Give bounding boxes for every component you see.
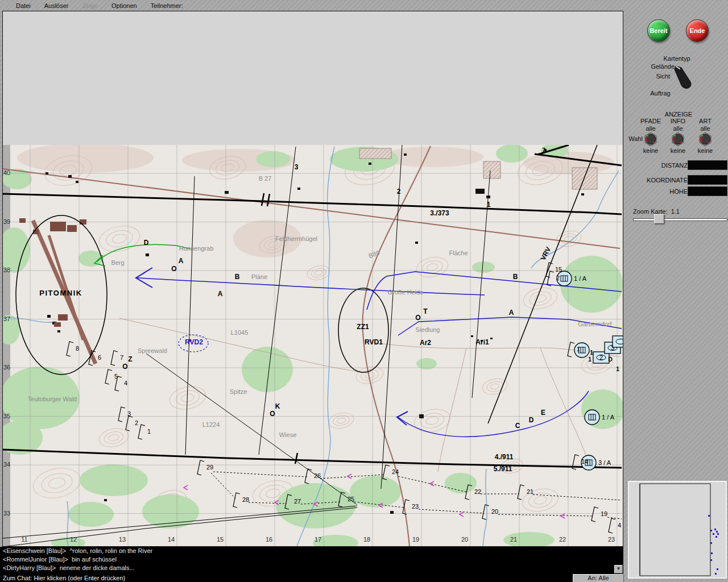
app-root: { "menu": { "items": [ {"label": "Datei"… <box>0 0 728 582</box>
overview-minimap[interactable] <box>628 481 727 579</box>
knob-name: INFO <box>664 118 692 125</box>
anzeige-title: ANZEIGE <box>650 111 707 118</box>
rotary-knob-icon[interactable] <box>643 132 658 147</box>
battle-position-number: 8 <box>76 345 79 352</box>
knob-option-keine: keine <box>637 147 664 155</box>
map-label: 4./911 <box>495 453 514 461</box>
readout-value-field <box>688 175 727 185</box>
tactical-map[interactable]: 1 / A1 / A3 / A23 8675432129282726252423… <box>3 145 623 546</box>
grid-number-y: 38 <box>3 267 10 273</box>
map-label: 1 <box>616 366 619 372</box>
battle-position-number: 7 <box>120 354 123 361</box>
unit-label: 3 / A <box>598 459 611 466</box>
chat-recipient-button[interactable]: An: Alle <box>573 574 624 582</box>
battle-position-number: 24 <box>392 468 399 475</box>
grid-number-x: 21 <box>510 536 517 543</box>
zoom-slider-thumb[interactable] <box>654 214 664 224</box>
zoom-value: 1.1 <box>671 208 680 215</box>
knob-name: ART <box>692 118 719 125</box>
map-label: B <box>235 273 240 281</box>
map-label: 7 <box>542 147 545 153</box>
map-label: Ari1 <box>475 338 489 346</box>
kartentyp-lever[interactable] <box>672 63 697 90</box>
unit-number: 2 <box>599 354 603 361</box>
grid-number-y: 34 <box>3 461 10 468</box>
rotary-knob-icon[interactable] <box>698 132 713 147</box>
map-label: Ar2 <box>420 339 431 347</box>
map-left-margin <box>3 145 10 546</box>
grid-number-y: 40 <box>3 169 10 176</box>
map-label: ZZ1 <box>357 323 369 331</box>
battle-position-number: 23 <box>412 503 419 510</box>
grid-number-y: 37 <box>3 315 10 322</box>
map-label: 2 <box>397 188 401 196</box>
menu-item-auslser[interactable]: Auslöser <box>44 2 69 9</box>
map-label: A <box>218 290 223 298</box>
grid-number-x: 14 <box>168 536 175 543</box>
battle-position-number: 19 <box>601 510 607 517</box>
menu-item-zeige: Zeige <box>82 2 98 9</box>
map-label: Pläne <box>251 273 267 280</box>
map-label: A <box>179 257 184 265</box>
ready-button[interactable]: Bereit <box>647 19 670 42</box>
battle-position-number: 4 <box>124 380 127 386</box>
map-label: 3./373 <box>430 209 449 217</box>
grid-number-x: 20 <box>461 536 468 543</box>
unit-icon[interactable] <box>613 336 623 347</box>
readout-value-field <box>688 160 727 170</box>
auftrag-label[interactable]: Auftrag <box>643 90 677 97</box>
menu-item-teilnehmer[interactable]: Teilnehmer: <box>151 2 183 9</box>
map-label: A <box>509 309 514 317</box>
map-label: D <box>144 239 149 247</box>
unit-label: 1 / A <box>602 414 615 421</box>
map-label: RVD1 <box>365 338 383 346</box>
grid-number-x: 15 <box>217 536 224 543</box>
readout-höhe: HÖHE <box>623 188 728 197</box>
map-label: L1045 <box>231 329 249 336</box>
battle-position-number: 2 <box>135 419 138 426</box>
chat-scroll-down-button[interactable]: ▼ <box>614 565 623 573</box>
grid-number-x: 23 <box>608 536 615 543</box>
map-label: Garberndorf <box>578 321 612 327</box>
zoom-slider-track[interactable] <box>633 218 727 221</box>
end-button[interactable]: Ende <box>686 19 709 42</box>
battle-position-number: 4 <box>618 522 621 529</box>
grid-number-y: 36 <box>3 364 10 371</box>
map-label: D <box>608 356 612 363</box>
chat-log[interactable]: <Eisenschwein [Blau]> ^rolon, rolin, rol… <box>0 547 623 574</box>
map-label: B <box>513 273 518 281</box>
map-label: Große Heide <box>388 289 424 296</box>
control-panel: Bereit Ende Kartentyp Gelände Sicht Auft… <box>623 0 728 582</box>
battle-position-number: 22 <box>474 488 481 495</box>
rotary-knob-icon[interactable] <box>671 132 685 147</box>
map-label: D <box>529 416 534 424</box>
map-label: Hunnengrab <box>179 245 214 252</box>
anzeige-knob-art: ARTallekeine <box>692 118 719 155</box>
knob-name: PFADE <box>637 118 664 125</box>
map-label: E <box>541 409 545 417</box>
map-label: RVD2 <box>185 338 203 346</box>
grid-number-x: 12 <box>70 536 77 543</box>
kartentyp-option-sicht[interactable]: Sicht <box>645 73 670 80</box>
menu-item-optionen[interactable]: Optionen <box>111 2 137 9</box>
menu-bar: DateiAuslöserZeigeOptionenTeilnehmer: <box>0 0 642 11</box>
anzeige-knob-info: INFOallekeine <box>664 118 692 155</box>
battle-position-number: 29 <box>206 464 213 471</box>
kartentyp-title: Kartentyp <box>648 55 705 62</box>
map-label: B 27 <box>259 175 272 182</box>
grid-number-x: 11 <box>21 536 27 543</box>
battle-position-number: 25 <box>348 496 354 502</box>
readout-koordinate: KOORDINATE <box>623 176 728 185</box>
map-label: T <box>423 307 428 315</box>
map-label: O <box>171 265 176 273</box>
map-label: 1 <box>588 356 592 363</box>
map-label: Teutoburger Wald <box>28 396 77 402</box>
map-label: 5./911 <box>494 465 512 473</box>
kartentyp-option-gelaende[interactable]: Gelände <box>645 63 675 70</box>
readout-label: KOORDINATE <box>647 177 688 184</box>
grid-number-y: 33 <box>3 510 10 517</box>
chat-prompt-bar[interactable]: Zum Chat: Hier klicken (oder Enter drück… <box>0 574 573 582</box>
map-label: Berg <box>111 259 124 266</box>
menu-item-datei[interactable]: Datei <box>16 2 31 9</box>
battle-position-number: 6 <box>98 354 101 361</box>
